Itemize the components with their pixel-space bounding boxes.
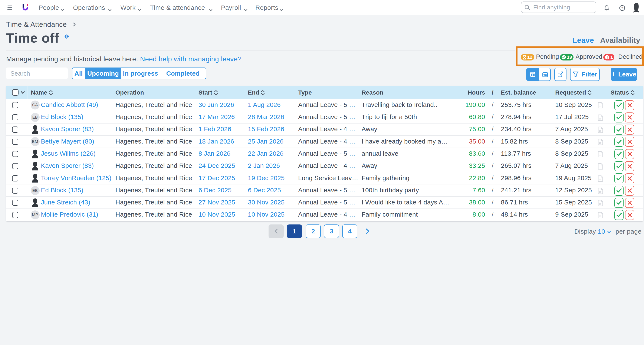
- svg-text:?: ?: [621, 6, 623, 10]
